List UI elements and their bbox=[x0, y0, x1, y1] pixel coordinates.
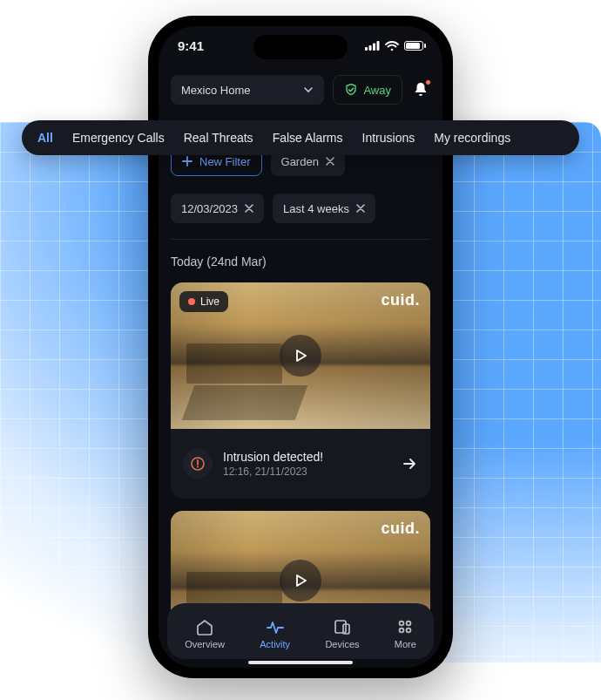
category-tab[interactable]: False Alarms bbox=[273, 131, 343, 145]
bottom-nav: Overview Activity Devices More bbox=[167, 603, 434, 659]
chevron-down-icon bbox=[303, 85, 314, 95]
wifi-icon bbox=[385, 41, 399, 51]
nav-overview[interactable]: Overview bbox=[185, 617, 225, 649]
nav-activity[interactable]: Activity bbox=[260, 617, 290, 649]
svg-point-9 bbox=[400, 621, 404, 625]
svg-point-6 bbox=[197, 466, 199, 468]
section-title: Today (24nd Mar) bbox=[171, 255, 267, 268]
svg-point-4 bbox=[391, 48, 394, 51]
category-tab[interactable]: My recordings bbox=[434, 131, 510, 145]
category-tab[interactable]: Real Threats bbox=[184, 131, 253, 145]
nav-label: Devices bbox=[325, 639, 359, 649]
svg-rect-0 bbox=[365, 47, 368, 51]
svg-rect-1 bbox=[369, 45, 372, 51]
arrow-right-icon[interactable] bbox=[401, 455, 418, 472]
home-icon bbox=[195, 617, 214, 636]
live-label: Live bbox=[200, 296, 219, 308]
svg-rect-2 bbox=[373, 44, 375, 51]
nav-label: Activity bbox=[260, 639, 290, 649]
svg-point-10 bbox=[407, 621, 411, 625]
shield-check-icon bbox=[344, 83, 358, 97]
app-header: Mexico Home Away bbox=[159, 75, 442, 105]
location-label: Mexico Home bbox=[181, 84, 250, 97]
notifications-button[interactable] bbox=[411, 80, 430, 99]
alert-timestamp: 12:16, 21/11/2023 bbox=[223, 466, 323, 478]
location-select[interactable]: Mexico Home bbox=[171, 75, 324, 105]
signal-icon bbox=[365, 41, 380, 51]
activity-card[interactable]: Live cuid. Intrusion detected! 12:16, 21… bbox=[171, 282, 430, 499]
live-dot-icon bbox=[188, 298, 195, 305]
arm-mode-pill[interactable]: Away bbox=[333, 75, 402, 105]
devices-icon bbox=[333, 617, 352, 636]
nav-devices[interactable]: Devices bbox=[325, 617, 359, 649]
video-thumbnail[interactable]: Live cuid. bbox=[171, 282, 430, 429]
close-icon[interactable] bbox=[245, 204, 253, 213]
phone-frame: 9:41 Mexico Home bbox=[148, 16, 453, 678]
brand-watermark: cuid. bbox=[381, 291, 420, 309]
live-badge: Live bbox=[179, 291, 228, 312]
svg-rect-3 bbox=[377, 41, 380, 51]
svg-point-12 bbox=[407, 628, 411, 632]
nav-label: More bbox=[395, 639, 416, 649]
category-tab[interactable]: Intrusions bbox=[362, 131, 415, 145]
activity-meta[interactable]: Intrusion detected! 12:16, 21/11/2023 bbox=[171, 429, 430, 499]
nav-more[interactable]: More bbox=[395, 617, 416, 649]
filter-chip-label: Last 4 weeks bbox=[283, 202, 349, 215]
plus-icon bbox=[182, 156, 192, 167]
grid-icon bbox=[395, 617, 415, 636]
category-tab[interactable]: All bbox=[37, 131, 53, 145]
activity-icon bbox=[266, 617, 285, 636]
filter-chip[interactable]: Last 4 weeks bbox=[273, 194, 375, 223]
battery-icon bbox=[404, 41, 423, 51]
svg-point-11 bbox=[400, 628, 404, 632]
close-icon[interactable] bbox=[326, 157, 334, 166]
status-bar: 9:41 bbox=[159, 38, 442, 53]
divider bbox=[171, 239, 430, 240]
play-button[interactable] bbox=[280, 560, 321, 601]
filter-chip[interactable]: 12/03/2023 bbox=[171, 194, 264, 223]
category-tabs: AllEmergency CallsReal ThreatsFalse Alar… bbox=[22, 120, 579, 155]
alert-icon bbox=[183, 449, 213, 479]
nav-label: Overview bbox=[185, 639, 225, 649]
arm-mode-label: Away bbox=[363, 84, 391, 97]
category-tab[interactable]: Emergency Calls bbox=[72, 131, 165, 145]
filter-chip-label: 12/03/2023 bbox=[181, 202, 238, 215]
filter-bar: New Filter Garden 12/03/2023 Last 4 week… bbox=[159, 146, 442, 223]
new-filter-label: New Filter bbox=[199, 155, 251, 168]
play-button[interactable] bbox=[280, 335, 321, 377]
alert-title: Intrusion detected! bbox=[223, 450, 323, 464]
filter-chip-label: Garden bbox=[281, 155, 319, 168]
close-icon[interactable] bbox=[356, 204, 365, 213]
status-time: 9:41 bbox=[178, 38, 204, 53]
home-indicator[interactable] bbox=[248, 661, 353, 664]
svg-rect-7 bbox=[335, 621, 346, 633]
brand-watermark: cuid. bbox=[381, 520, 420, 538]
notification-dot bbox=[425, 79, 431, 85]
